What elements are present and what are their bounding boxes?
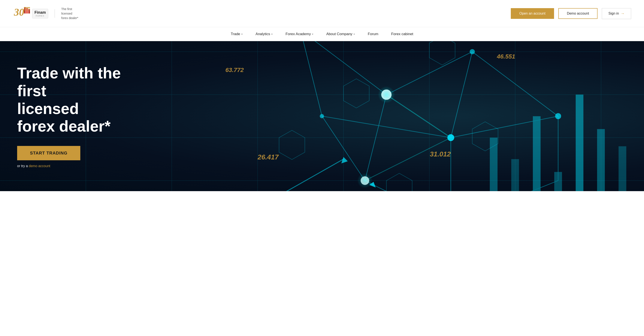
arrow-right-icon: → (621, 11, 624, 16)
nav-item-trade[interactable]: Trade ▾ (231, 32, 243, 36)
logo-wrapper: 30 Finam FOREX (13, 4, 48, 23)
chevron-down-icon: ▾ (271, 33, 273, 36)
svg-rect-6 (24, 10, 30, 11)
nav-item-forum[interactable]: Forum (368, 32, 378, 36)
logo-sub: FOREX (36, 15, 44, 17)
sign-in-button[interactable]: Sign in → (602, 8, 631, 19)
svg-text:30: 30 (14, 7, 24, 18)
logo-name: Finam (34, 10, 46, 15)
hero-title: Trade with the first licensed forex deal… (17, 64, 154, 135)
chevron-down-icon: ▾ (354, 33, 355, 36)
main-nav: Trade ▾ Analytics ▾ Forex Academy ▾ Abou… (0, 27, 644, 41)
hero-cta: START TRADING or try a demo account (17, 146, 627, 168)
nav-item-about-company[interactable]: About Company ▾ (326, 32, 355, 36)
start-trading-button[interactable]: START TRADING (17, 146, 80, 160)
chevron-down-icon: ▾ (241, 33, 243, 36)
nav-item-forex-academy[interactable]: Forex Academy ▾ (286, 32, 313, 36)
svg-rect-4 (24, 7, 30, 8)
nav-item-analytics[interactable]: Analytics ▾ (256, 32, 273, 36)
demo-account-button[interactable]: Demo account (558, 8, 598, 19)
header-tagline: The first licensed forex dealer* (61, 7, 78, 20)
hero-demo-link[interactable]: demo account (29, 164, 50, 168)
header-actions: Open an account Demo account Sign in → (511, 8, 631, 19)
header: 30 Finam FOREX (0, 0, 644, 27)
open-account-button[interactable]: Open an account (511, 8, 554, 19)
hero-section: 63.772 46.551 26.417 31.012 Trade with t… (0, 41, 644, 191)
svg-rect-3 (28, 9, 30, 14)
header-left: 30 Finam FOREX (13, 4, 78, 23)
chevron-down-icon: ▾ (312, 33, 313, 36)
header-divider (54, 9, 55, 18)
finam-badge: Finam FOREX (32, 9, 48, 19)
hero-demo-text: or try a demo account (17, 164, 50, 168)
svg-rect-5 (24, 9, 30, 10)
hero-content: Trade with the first licensed forex deal… (0, 41, 644, 191)
anniversary-logo: 30 (13, 4, 32, 23)
nav-item-forex-cabinet[interactable]: Forex cabinet (391, 32, 413, 36)
